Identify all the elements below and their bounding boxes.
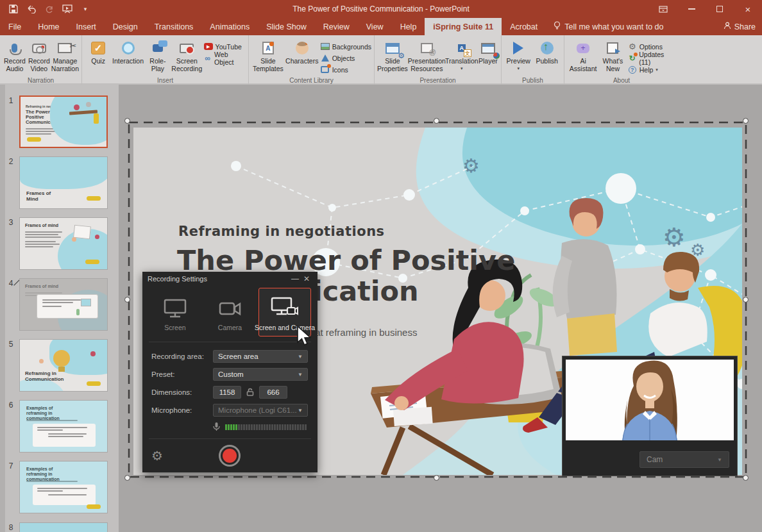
share-button[interactable]: Share (724, 18, 756, 35)
record-button[interactable] (219, 445, 241, 467)
minimize-button[interactable] (677, 0, 706, 18)
recording-area-select[interactable]: Screen area ▼ (213, 350, 308, 363)
tab-home[interactable]: Home (30, 18, 67, 35)
selection-handle-mid-right[interactable] (743, 297, 749, 303)
thumbnail-popup (37, 294, 98, 319)
dialog-minimize-icon[interactable]: — (289, 274, 301, 283)
tab-file[interactable]: File (0, 18, 30, 35)
svg-text:⚙: ⚙ (663, 222, 686, 252)
tell-me-label: Tell me what you want to do (564, 22, 663, 31)
objects-button[interactable]: Objects (321, 53, 371, 63)
thumbnail-button-pill (27, 137, 41, 142)
share-label: Share (734, 22, 756, 31)
width-input[interactable]: 1158 (213, 386, 241, 399)
translation-icon: A文 (453, 40, 471, 56)
slide-properties-icon: ⚙ (384, 40, 402, 56)
selection-handle-top-left[interactable] (124, 118, 130, 124)
slide-thumbnail-6[interactable]: Examples of reframing in communication (19, 400, 108, 453)
tell-me-box[interactable]: Tell me what you want to do (546, 18, 671, 35)
role-play-button[interactable]: Role-Play (144, 38, 171, 72)
window-controls: × (649, 0, 762, 18)
tab-review[interactable]: Review (315, 18, 358, 35)
tab-help[interactable]: Help (392, 18, 425, 35)
slide-number-6: 6 (6, 401, 15, 410)
interaction-button[interactable]: Interaction (112, 38, 144, 65)
aspect-lock-icon[interactable] (246, 388, 254, 397)
save-icon[interactable] (8, 3, 19, 15)
selection-handle-bottom-right[interactable] (743, 475, 749, 481)
maximize-button[interactable] (706, 0, 734, 18)
mode-tab-screen-and-camera[interactable]: Screen and Camera (258, 288, 311, 337)
link-icon: ∞ (204, 54, 212, 63)
ribbon-display-options-icon[interactable] (649, 0, 677, 18)
updates-button[interactable]: ↻ Updates (11) (628, 53, 676, 63)
selection-handle-bottom-left[interactable] (124, 475, 130, 481)
person-icon (724, 22, 731, 31)
undo-icon[interactable] (26, 3, 37, 15)
panel-scrollbar[interactable] (0, 85, 5, 532)
microphone-select[interactable]: Microphone (Logi C61... ▼ (213, 404, 308, 417)
redo-icon[interactable] (44, 3, 55, 15)
slide-templates-button[interactable]: A Slide Templates (251, 38, 285, 72)
tab-view[interactable]: View (358, 18, 392, 35)
about-stack: ⚙ Options ↻ Updates (11) ? Help ▾ (628, 38, 676, 74)
tab-animations[interactable]: Animations (201, 18, 258, 35)
preset-select[interactable]: Custom ▼ (213, 368, 308, 381)
selection-handle-bottom-center[interactable] (434, 475, 439, 481)
start-slideshow-icon[interactable] (62, 3, 73, 15)
record-audio-button[interactable]: Record Audio (3, 38, 27, 72)
presentation-resources-button[interactable]: Presentation Resources (408, 38, 446, 72)
slide-properties-button[interactable]: ⚙ Slide Properties (377, 38, 408, 72)
slide-thumbnail-1[interactable]: Reframing in negotiations The Power of P… (19, 96, 108, 148)
height-input[interactable]: 666 (259, 386, 287, 399)
slide-thumbnail-2[interactable]: Frames of Mind (19, 156, 108, 209)
help-button[interactable]: ? Help ▾ (628, 65, 676, 74)
ribbon-tab-bar: File Home Insert Design Transitions Anim… (0, 18, 762, 35)
close-button[interactable]: × (734, 0, 762, 18)
settings-gear-icon[interactable]: ⚙ (151, 448, 163, 463)
screen-monitor-icon (163, 298, 187, 319)
quiz-button[interactable]: ✓ Quiz (85, 38, 112, 65)
slide-number-2: 2 (6, 157, 15, 166)
ai-assistant-button[interactable]: + Ai Assistant (567, 38, 599, 72)
tab-design[interactable]: Design (105, 18, 146, 35)
slide-thumbnail-5[interactable]: Reframing in Communication (19, 339, 108, 392)
tab-acrobat[interactable]: Acrobat (502, 18, 546, 35)
selection-handle-top-right[interactable] (743, 118, 749, 124)
tab-ispring-suite-11[interactable]: iSpring Suite 11 (425, 18, 502, 35)
characters-button[interactable]: Characters (285, 38, 319, 65)
dialog-close-icon[interactable]: ✕ (301, 274, 312, 283)
selection-handle-top-center[interactable] (434, 118, 439, 124)
slide-thumbnail-4-hidden[interactable]: Frames of mind (19, 278, 108, 331)
screen-recording-button[interactable]: Screen Recording (171, 38, 203, 72)
whats-new-button[interactable]: What's New (599, 38, 627, 72)
selection-handle-mid-left[interactable] (124, 297, 130, 303)
customize-toolbar-icon[interactable]: ▾ (80, 3, 91, 15)
slide-thumbnail-7[interactable]: Examples of reframing in communication (19, 461, 108, 513)
slide-kicker: Reframing in negotiations (178, 224, 385, 239)
mode-tab-camera[interactable]: Camera (204, 288, 257, 337)
icons-button[interactable]: Icons (321, 65, 371, 74)
player-button[interactable]: Player (478, 38, 498, 65)
record-video-button[interactable]: Record Video (27, 38, 51, 72)
mic-level-meter (225, 424, 307, 430)
publish-button[interactable]: Publish (533, 38, 562, 65)
slide-thumbnail-3[interactable]: Frames of mind (19, 217, 108, 270)
tab-slide-show[interactable]: Slide Show (258, 18, 315, 35)
web-object-button[interactable]: ∞ Web Object (204, 53, 246, 63)
tab-insert[interactable]: Insert (68, 18, 105, 35)
dialog-titlebar[interactable]: Recording Settings — ✕ (142, 272, 318, 285)
presenter-woman (566, 360, 734, 440)
camera-device-select[interactable]: Cam ▼ (639, 451, 729, 468)
interaction-icon (119, 40, 137, 56)
slide-body-text: what reframing in business (303, 327, 417, 338)
slide-thumbnail-8[interactable] (19, 522, 108, 532)
manage-narration-button[interactable]: ✂ Manage Narration (51, 38, 79, 72)
translation-button[interactable]: A文 Translation ▾ (446, 38, 478, 70)
tab-transitions[interactable]: Transitions (146, 18, 202, 35)
preview-button[interactable]: Preview ▾ (504, 38, 533, 70)
youtube-icon: ▶ (204, 42, 213, 51)
mode-tab-screen[interactable]: Screen (149, 288, 201, 337)
backgrounds-button[interactable]: Backgrounds (321, 42, 371, 51)
slide-thumbnail-panel: 1 Reframing in negotiations The Power of… (0, 85, 119, 532)
